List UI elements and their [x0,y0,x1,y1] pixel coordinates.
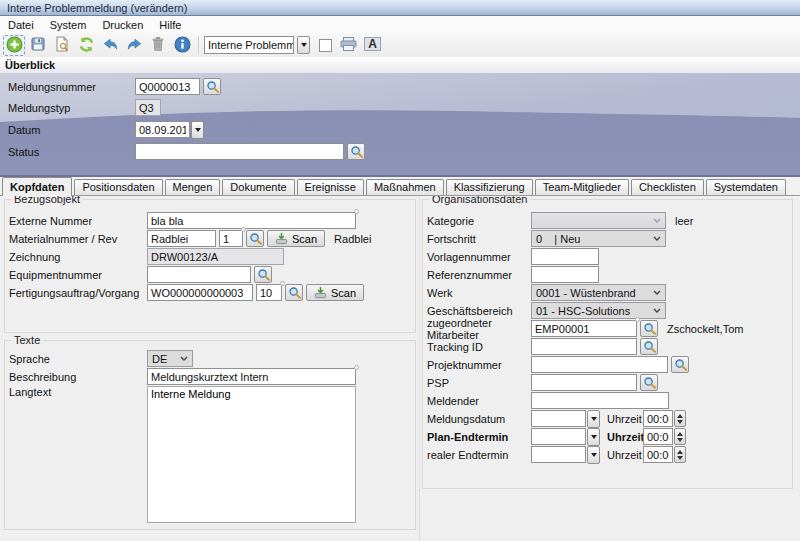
referenznummer-label: Referenznummer [427,269,531,281]
tab-kopfdaten[interactable]: Kopfdaten [2,177,72,196]
externe-nummer-label: Externe Nummer [9,215,147,227]
tracking-id-input[interactable] [531,338,637,355]
tab-bar: Kopfdaten Positionsdaten Mengen Dokument… [0,177,800,196]
sprache-combobox[interactable]: DE [147,350,193,367]
psp-input[interactable] [531,374,637,391]
fortschritt-label: Fortschritt [427,233,531,245]
tab-checklisten[interactable]: Checklisten [631,179,704,195]
tab-ereignisse[interactable]: Ereignisse [297,179,364,195]
tab-systemdaten[interactable]: Systemdaten [706,179,786,195]
beschreibung-input[interactable] [147,368,356,385]
tab-massnahmen[interactable]: Maßnahmen [366,179,444,195]
tab-dokumente[interactable]: Dokumente [222,179,294,195]
meldungsnummer-input[interactable] [135,78,200,95]
meldungsdatum-uhrzeit-label: Uhrzeit [607,413,643,425]
sprache-row: Sprache DE [5,350,415,367]
info-button[interactable] [171,35,193,56]
projektnummer-input[interactable] [531,356,668,373]
fertigungsauftrag-input[interactable] [147,284,253,301]
projektnummer-row: Projektnummer [423,356,792,373]
meldungsdatum-input[interactable] [531,410,586,427]
spin-down-icon [677,438,683,442]
vorlagennummer-input[interactable] [531,248,599,265]
print-profile-dropdown-button[interactable] [297,36,310,54]
projektnummer-search-button[interactable] [671,356,689,373]
datum-dropdown-button[interactable] [191,121,204,139]
dropdown-arrow-icon [591,453,597,457]
menu-datei[interactable]: Datei [0,16,42,33]
meldungsnummer-search-button[interactable] [203,78,221,95]
kategorie-combobox [531,212,666,229]
meldungsdatum-dropdown-button[interactable] [587,410,600,428]
externe-nummer-input[interactable] [147,212,356,229]
trash-can-icon [150,36,166,54]
meldungsdatum-time-input[interactable] [643,410,673,427]
plan-endtermin-input[interactable] [531,428,586,445]
equipmentnummer-label: Equipmentnummer [9,269,147,281]
plan-endtermin-dropdown-button[interactable] [587,428,600,446]
search-icon [643,340,656,353]
realer-endtermin-time-input[interactable] [643,446,673,463]
tab-team-mitglieder[interactable]: Team-Mitglieder [535,179,629,195]
delete-button[interactable] [147,35,169,56]
save-button[interactable] [27,35,49,56]
material-search-button[interactable] [246,230,264,247]
print-profile-value: Interne Problemmel... [208,39,294,51]
print-profile-combobox[interactable]: Interne Problemmel... [204,36,294,54]
new-button[interactable] [3,35,25,56]
realer-endtermin-input[interactable] [531,446,586,463]
preview-button[interactable] [51,35,73,56]
field-marker-icon [354,365,359,370]
print-option-checkbox[interactable] [319,39,332,52]
menu-system[interactable]: System [42,16,95,33]
meldender-input[interactable] [531,392,669,409]
toolbar-separator [198,36,199,54]
tab-mengen[interactable]: Mengen [165,179,221,195]
realer-endtermin-dropdown-button[interactable] [587,446,600,464]
zeichnung-input [147,248,284,265]
meldungsnummer-row: Meldungsnummer [0,78,221,95]
referenznummer-input[interactable] [531,266,599,283]
zeichnung-row: Zeichnung [5,248,415,265]
equipment-search-button[interactable] [254,266,272,283]
datum-input[interactable] [135,121,190,138]
material-scan-button[interactable]: Scan [267,230,325,247]
tab-klassifizierung[interactable]: Klassifizierung [446,179,533,195]
equipmentnummer-input[interactable] [147,266,251,283]
geschaeftsbereich-label: Geschäftsbereich [427,305,531,317]
undo-button[interactable] [99,35,121,56]
vorgang-input[interactable] [256,284,282,301]
tracking-id-search-button[interactable] [640,338,658,355]
fertigungsauftrag-scan-button[interactable]: Scan [306,284,364,301]
fortschritt-row: Fortschritt 0 | Neu [423,230,792,247]
fertigungsauftrag-search-button[interactable] [285,284,303,301]
menu-drucken[interactable]: Drucken [94,16,151,33]
langtext-textarea[interactable]: Interne Meldung [147,386,356,523]
print-button[interactable] [337,35,359,56]
status-input[interactable] [135,143,344,160]
mitarbeiter-search-button[interactable] [640,320,658,337]
werk-combobox[interactable]: 0001 - Wüstenbrand [531,284,666,301]
meldungsdatum-time-stepper[interactable] [674,410,686,427]
fortschritt-combobox[interactable]: 0 | Neu [531,230,666,247]
refresh-button[interactable] [75,35,97,56]
floppy-disk-icon [30,36,46,54]
redo-button[interactable] [123,35,145,56]
menu-hilfe[interactable]: Hilfe [151,16,189,33]
chevron-down-icon [653,236,661,241]
plan-endtermin-time-input[interactable] [643,428,673,445]
mitarbeiter-input[interactable] [531,320,637,337]
search-icon [257,268,270,281]
font-button[interactable]: A [361,35,383,56]
geschaeftsbereich-combobox[interactable]: 01 - HSC-Solutions [531,302,666,319]
meldungstyp-label: Meldungstyp [0,102,135,114]
window-titlebar[interactable]: Interne Problemmeldung (verändern) [0,0,800,16]
material-revision-input[interactable] [219,230,243,247]
materialnummer-input[interactable] [147,230,216,247]
plan-endtermin-time-stepper[interactable] [674,428,686,445]
status-search-button[interactable] [347,143,365,160]
dropdown-arrow-icon [591,435,597,439]
psp-search-button[interactable] [640,374,658,391]
realer-endtermin-time-stepper[interactable] [674,446,686,463]
tab-positionsdaten[interactable]: Positionsdaten [74,179,162,195]
